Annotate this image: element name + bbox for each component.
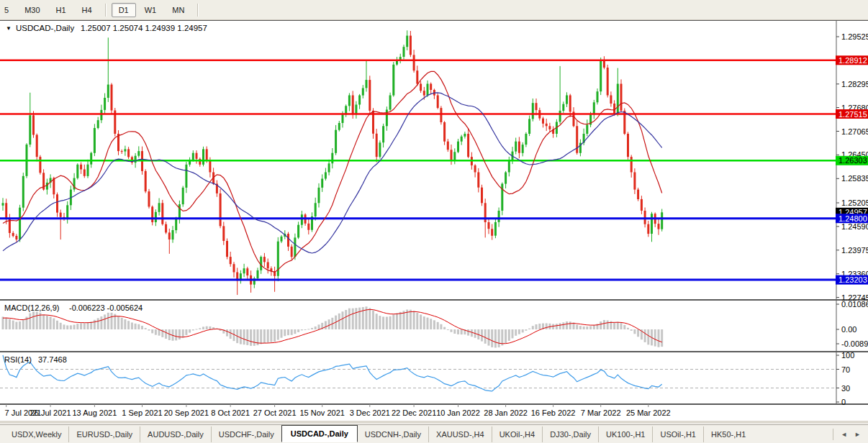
tab-hk50-h1[interactable]: HK50-,H1: [703, 426, 753, 442]
date-axis-label: 15 Nov 2021: [300, 408, 345, 417]
symbol-dropdown-icon[interactable]: ▼: [6, 25, 12, 32]
price-tag-blue-2-label: 1.23203: [838, 275, 867, 284]
price-tick-label: 1.27065: [841, 127, 868, 136]
price-tag-green-label: 1.26303: [838, 156, 867, 165]
date-axis-label: 22 Dec 2021: [392, 408, 436, 417]
date-axis-label: 26 Jul 2021: [30, 408, 71, 417]
macd-pane-values: -0.006223 -0.005624: [69, 303, 143, 312]
tab-usdcad-daily[interactable]: USDCAD-,Daily: [281, 425, 358, 442]
date-axis-label: 20 Sep 2021: [164, 408, 209, 417]
rsi-axis-label: 30: [841, 384, 850, 393]
main-macd-splitter[interactable]: [0, 299, 868, 301]
price-tick-label: 1.24590: [841, 222, 868, 231]
tab-usdx-weekly[interactable]: USDX,Weekly: [4, 426, 68, 442]
chart-title-ohlc: 1.25007 1.25074 1.24939 1.24957: [81, 24, 207, 32]
rsi-pane-value: 37.7468: [38, 355, 67, 364]
date-axis-label: 8 Oct 2021: [211, 408, 250, 417]
tab-scroll-right-icon[interactable]: ►: [854, 431, 861, 438]
tab-xauusd-h4[interactable]: XAUUSD-,H4: [428, 426, 492, 442]
macd-axis-label: -0.00897: [841, 339, 868, 348]
tab-ukoil-h4[interactable]: UKOil-,H4: [492, 426, 543, 442]
macd-rsi-splitter[interactable]: [0, 351, 868, 352]
date-axis-label: 25 Mar 2022: [626, 408, 671, 417]
price-tick-label: 1.25205: [841, 198, 868, 207]
date-axis-label: 28 Jan 2022: [484, 408, 528, 417]
date-axis-label: 16 Feb 2022: [531, 408, 576, 417]
chart-background: [0, 20, 868, 405]
trading-terminal-window: 5M30H1H4D1W1MN 1.295251.282951.276801.27…: [0, 0, 868, 443]
price-tag-red-1-label: 1.28912: [838, 56, 867, 65]
date-axis-label: 10 Jan 2022: [436, 408, 480, 417]
macd-axis-label: 0.00: [841, 325, 856, 334]
tab-scroll-left-icon[interactable]: ◄: [841, 431, 847, 438]
chart-canvas[interactable]: 1.295251.282951.276801.270651.264501.258…: [0, 0, 868, 424]
tab-uk100-h1[interactable]: UK100-,H1: [598, 426, 652, 442]
price-tag-red-2-label: 1.27515: [838, 110, 867, 119]
chart-title-symbol: USDCAD-,Daily: [16, 24, 74, 32]
date-axis-label: 7 Mar 2022: [581, 408, 621, 417]
price-tick-label: 1.25835: [841, 174, 868, 183]
macd-pane-label: MACD(12,26,9): [4, 303, 59, 312]
rsi-axis-label: 100: [841, 351, 854, 360]
tab-audusd-daily[interactable]: AUDUSD-,Daily: [140, 426, 211, 442]
chart-tab-bar: USDX,WeeklyEURUSD-,DailyAUDUSD-,DailyUSD…: [0, 424, 868, 443]
rsi-axis-label: 0: [841, 398, 846, 406]
tab-usdcnh-daily[interactable]: USDCNH-,Daily: [358, 426, 428, 442]
date-axis-label: 1 Sep 2021: [122, 408, 162, 417]
tab-eurusd-daily[interactable]: EURUSD-,Daily: [68, 426, 140, 442]
date-axis-label: 3 Dec 2021: [350, 408, 390, 417]
price-tick-label: 1.28295: [841, 80, 868, 88]
tab-dj30-daily[interactable]: DJ30-,Daily: [542, 426, 598, 442]
date-axis-label: 13 Aug 2021: [73, 408, 117, 417]
tab-scroll-controls: ◄►: [833, 429, 868, 440]
horizontal-scrollbar[interactable]: [0, 421, 868, 424]
rsi-bottom-border: [0, 403, 868, 405]
tab-usdchf-daily[interactable]: USDCHF-,Daily: [211, 426, 281, 442]
price-tag-blue-1-label: 1.24800: [838, 214, 867, 223]
rsi-pane-label: RSI(14): [4, 355, 32, 364]
chart-top-border: [0, 20, 868, 21]
price-tick-label: 1.23975: [841, 246, 868, 255]
macd-axis-label: 0.010869: [841, 300, 868, 309]
date-axis-label: 27 Oct 2021: [253, 408, 297, 417]
price-tick-label: 1.29525: [841, 32, 868, 41]
rsi-axis-label: 70: [841, 365, 850, 374]
tab-usoil-h1[interactable]: USOil-,H1: [652, 426, 703, 442]
chart-window: 1.295251.282951.276801.270651.264501.258…: [0, 0, 868, 427]
